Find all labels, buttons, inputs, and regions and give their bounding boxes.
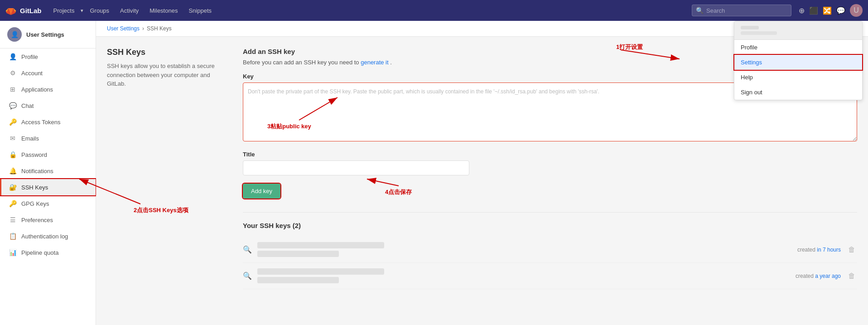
nav-activity[interactable]: Activity (116, 5, 143, 16)
ssh-key-blur-subtitle-2 (257, 277, 339, 283)
access-tokens-icon: 🔑 (9, 118, 17, 126)
nav-projects[interactable]: Projects (49, 5, 79, 16)
dropdown-settings[interactable]: Settings (734, 55, 862, 70)
sidebar-user-avatar: 👤 (7, 27, 22, 42)
dropdown-header (734, 21, 862, 40)
sidebar-label-notifications: Notifications (21, 168, 53, 175)
sidebar-label-pipeline-quota: Pipeline quota (21, 249, 58, 256)
emails-icon: ✉ (9, 135, 17, 142)
sidebar-item-pipeline-quota[interactable]: 📊 Pipeline quota (0, 244, 96, 261)
sidebar-item-ssh-keys[interactable]: 🔐 SSH Keys (0, 179, 96, 195)
topnav-links: Projects ▾ Groups Activity Milestones Sn… (49, 5, 217, 16)
sidebar-item-emails[interactable]: ✉ Emails (0, 130, 96, 146)
dropdown-help[interactable]: Help (734, 70, 862, 85)
breadcrumb-parent[interactable]: User Settings (107, 25, 140, 32)
brand-logo[interactable]: GitLab (5, 5, 42, 16)
auth-log-icon: 📋 (9, 233, 17, 240)
pipeline-quota-icon: 📊 (9, 249, 17, 256)
sidebar-item-applications[interactable]: ⊞ Applications (0, 81, 96, 97)
dropdown-signout[interactable]: Sign out (734, 85, 862, 100)
sidebar-item-account[interactable]: ⚙ Account (0, 65, 96, 81)
search-input[interactable] (706, 7, 787, 14)
sidebar-header: 👤 User Settings (0, 21, 96, 49)
projects-dropdown-icon[interactable]: ▾ (81, 8, 83, 14)
merge-icon[interactable]: 🔀 (823, 6, 832, 15)
nav-groups[interactable]: Groups (85, 5, 114, 16)
issue-icon[interactable]: 💬 (836, 6, 845, 15)
chat-icon: 💬 (9, 102, 17, 109)
sidebar-item-access-tokens[interactable]: 🔑 Access Tokens (0, 114, 96, 130)
gpg-keys-icon: 🔑 (9, 200, 17, 207)
ssh-key-delete-2[interactable]: 🗑 (846, 270, 857, 282)
sidebar-label-access-tokens: Access Tokens (21, 119, 60, 126)
ssh-key-blur-subtitle-1 (257, 251, 339, 257)
key-row-icon-1: 🔍 (243, 245, 252, 254)
topnav: GitLab Projects ▾ Groups Activity Milest… (0, 0, 868, 21)
sidebar-item-chat[interactable]: 💬 Chat (0, 97, 96, 114)
ssh-key-row: 🔍 created in 7 hours 🗑 (243, 237, 857, 263)
ssh-keys-icon: 🔐 (9, 184, 17, 191)
content-description: SSH Keys SSH keys allow you to establish… (107, 48, 225, 289)
ssh-key-time-2: a year ago (815, 273, 841, 279)
preferences-icon: ☰ (9, 216, 17, 223)
sidebar-label-preferences: Preferences (21, 217, 53, 223)
new-item-icon[interactable]: ⊕ (799, 6, 805, 15)
nav-snippets[interactable]: Snippets (184, 5, 216, 16)
sidebar-label-chat: Chat (21, 102, 34, 109)
ssh-key-meta-1: created in 7 hours (797, 247, 841, 253)
ssh-keys-list-title: Your SSH keys (2) (243, 222, 857, 229)
search-icon: 🔍 (696, 7, 704, 14)
sidebar: 👤 User Settings 👤 Profile ⚙ Account ⊞ Ap… (0, 21, 96, 325)
sidebar-item-gpg-keys[interactable]: 🔑 GPG Keys (0, 195, 96, 212)
ssh-key-info-2 (257, 268, 790, 283)
sidebar-label-applications: Applications (21, 86, 53, 93)
dropdown-profile[interactable]: Profile (734, 40, 862, 55)
profile-icon: 👤 (9, 53, 17, 60)
user-dropdown: Profile Settings Help Sign out (734, 21, 863, 100)
applications-icon: ⊞ (9, 86, 17, 93)
notifications-icon: 🔔 (9, 167, 17, 175)
page-description: SSH keys allow you to establish a secure… (107, 62, 225, 88)
generate-it-link[interactable]: generate it (361, 59, 388, 66)
ssh-key-blur-title-1 (257, 242, 384, 248)
dock-icon[interactable]: ⬛ (809, 6, 818, 15)
brand-name: GitLab (20, 7, 42, 15)
breadcrumb-current: SSH Keys (147, 25, 172, 32)
add-key-button[interactable]: Add key (243, 184, 280, 199)
nav-milestones[interactable]: Milestones (145, 5, 182, 16)
search-box[interactable]: 🔍 (692, 5, 791, 16)
sidebar-label-password: Password (21, 151, 47, 158)
sidebar-item-auth-log[interactable]: 📋 Authentication log (0, 228, 96, 244)
topnav-icons: ⊕ ⬛ 🔀 💬 U (799, 4, 863, 17)
sidebar-label-profile: Profile (21, 53, 38, 60)
sidebar-item-profile[interactable]: 👤 Profile (0, 49, 96, 65)
ssh-key-delete-1[interactable]: 🗑 (846, 244, 857, 256)
ssh-key-time-1: in 7 hours (817, 247, 841, 253)
sidebar-title: User Settings (26, 31, 64, 38)
sidebar-label-ssh-keys: SSH Keys (21, 184, 48, 191)
sidebar-item-password[interactable]: 🔒 Password (0, 146, 96, 163)
add-key-wrapper: Add key (243, 184, 857, 199)
sidebar-label-account: Account (21, 70, 43, 77)
ssh-key-meta-2: created a year ago (796, 273, 841, 279)
breadcrumb-separator: › (142, 25, 144, 32)
account-icon: ⚙ (9, 69, 17, 77)
sidebar-label-gpg-keys: GPG Keys (21, 200, 49, 207)
user-avatar[interactable]: U (850, 4, 863, 17)
ssh-keys-list-section: Your SSH keys (2) 🔍 created in 7 hours (243, 212, 857, 289)
password-icon: 🔒 (9, 151, 17, 158)
ssh-key-info-1 (257, 242, 792, 257)
ssh-key-row-2: 🔍 created a year ago 🗑 (243, 263, 857, 289)
sidebar-label-emails: Emails (21, 135, 39, 142)
title-label: Title (243, 151, 469, 158)
ssh-key-blur-title-2 (257, 268, 384, 275)
title-form-group: Title (243, 151, 469, 175)
sidebar-label-auth-log: Authentication log (21, 233, 68, 240)
title-input[interactable] (243, 160, 469, 175)
page-title: SSH Keys (107, 48, 225, 57)
sidebar-item-notifications[interactable]: 🔔 Notifications (0, 163, 96, 179)
sidebar-item-preferences[interactable]: ☰ Preferences (0, 212, 96, 228)
key-row-icon-2: 🔍 (243, 272, 252, 280)
